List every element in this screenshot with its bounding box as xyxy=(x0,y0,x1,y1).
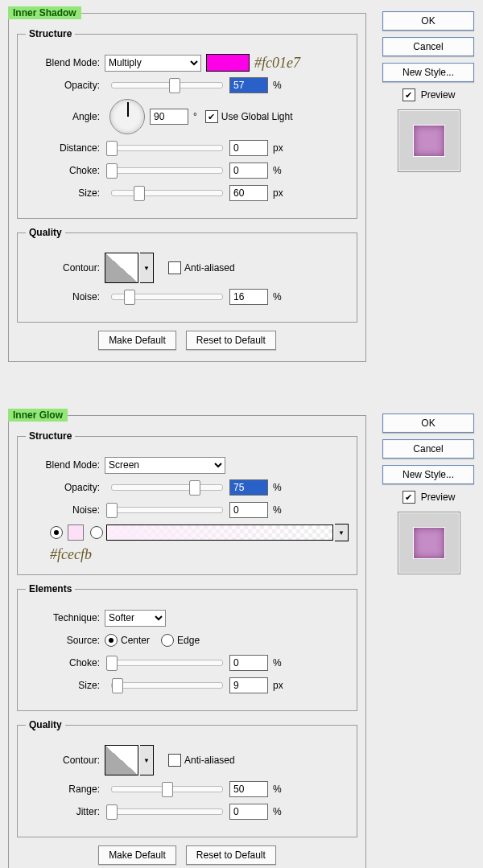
quality-group: Quality Contour: ▼ Anti-aliased Noise: 1… xyxy=(17,227,357,323)
opacity-slider-2[interactable] xyxy=(111,484,223,491)
ok-button[interactable]: OK xyxy=(382,11,474,31)
size-unit: px xyxy=(273,187,283,199)
cancel-button-2[interactable]: Cancel xyxy=(382,439,474,459)
choke-slider-2[interactable] xyxy=(111,660,223,666)
preview-box xyxy=(398,109,460,172)
source-edge-label: Edge xyxy=(177,635,200,646)
opacity-input[interactable]: 57 xyxy=(229,77,268,93)
blend-mode-label: Blend Mode: xyxy=(26,57,105,68)
contour-swatch[interactable] xyxy=(105,253,138,283)
angle-input[interactable]: 90 xyxy=(150,109,188,125)
size-slider-2[interactable] xyxy=(111,682,223,689)
preview-swatch xyxy=(414,125,444,156)
technique-select[interactable]: Softer xyxy=(105,610,166,627)
opacity-label-2: Opacity: xyxy=(26,482,105,493)
choke-label-2: Choke: xyxy=(26,657,105,668)
size-input-2[interactable]: 9 xyxy=(229,677,268,693)
glow-gradient-swatch[interactable] xyxy=(106,525,333,541)
preview-checkbox[interactable]: ✔ xyxy=(402,88,415,101)
inner-glow-panel: Structure Blend Mode: Screen Opacity: 75… xyxy=(8,415,366,868)
size-label: Size: xyxy=(26,187,105,199)
distance-input[interactable]: 0 xyxy=(229,140,268,156)
contour-dropdown-2[interactable]: ▼ xyxy=(140,745,154,775)
noise-slider-2[interactable] xyxy=(111,507,223,513)
structure-group: Structure Blend Mode: Multiply #fc01e7 O… xyxy=(17,28,357,219)
distance-label: Distance: xyxy=(26,142,105,154)
noise-slider[interactable] xyxy=(111,294,223,300)
noise-label: Noise: xyxy=(26,291,105,302)
angle-unit: ° xyxy=(193,111,197,122)
color-hex-annotation: #fc01e7 xyxy=(254,55,300,72)
section-tag-inner-shadow: Inner Shadow xyxy=(8,6,81,19)
source-center-radio[interactable] xyxy=(105,634,118,647)
noise-label-2: Noise: xyxy=(26,504,105,516)
cancel-button[interactable]: Cancel xyxy=(382,37,474,56)
contour-dropdown[interactable]: ▼ xyxy=(140,253,154,283)
make-default-button[interactable]: Make Default xyxy=(98,331,176,350)
new-style-button-2[interactable]: New Style... xyxy=(382,465,474,484)
color-radio[interactable] xyxy=(50,526,63,539)
reset-default-button-2[interactable]: Reset to Default xyxy=(186,845,276,865)
quality-legend: Quality xyxy=(26,227,65,238)
opacity-slider[interactable] xyxy=(111,82,223,88)
elements-legend: Elements xyxy=(26,583,75,594)
antialias-checkbox[interactable] xyxy=(168,261,181,274)
elements-group: Elements Technique: Softer Source: Cente… xyxy=(17,583,357,711)
glow-color-hex-annotation: #fcecfb xyxy=(50,546,92,562)
noise-unit: % xyxy=(273,291,282,302)
choke-label: Choke: xyxy=(26,165,105,176)
choke-input-2[interactable]: 0 xyxy=(229,655,268,671)
contour-label: Contour: xyxy=(26,262,105,274)
blend-mode-label-2: Blend Mode: xyxy=(26,459,105,471)
preview-label: Preview xyxy=(421,89,456,101)
jitter-label: Jitter: xyxy=(26,806,105,817)
gradient-radio[interactable] xyxy=(90,526,103,539)
noise-input-2[interactable]: 0 xyxy=(229,502,268,518)
preview-swatch-2 xyxy=(414,528,444,558)
angle-label: Angle: xyxy=(26,111,105,122)
preview-checkbox-2[interactable]: ✔ xyxy=(402,491,415,504)
choke-slider[interactable] xyxy=(111,167,223,174)
contour-swatch-2[interactable] xyxy=(105,745,138,775)
size-label-2: Size: xyxy=(26,680,105,691)
choke-input[interactable]: 0 xyxy=(229,162,268,179)
opacity-unit: % xyxy=(273,80,282,91)
size-input[interactable]: 60 xyxy=(229,185,268,201)
gradient-dropdown[interactable]: ▼ xyxy=(335,524,349,541)
inner-shadow-panel: Structure Blend Mode: Multiply #fc01e7 O… xyxy=(8,13,366,362)
quality-legend-2: Quality xyxy=(26,719,65,730)
jitter-slider[interactable] xyxy=(111,808,223,815)
range-input[interactable]: 50 xyxy=(229,781,268,797)
preview-label-2: Preview xyxy=(421,492,456,503)
range-slider[interactable] xyxy=(111,786,223,792)
use-global-light-label: Use Global Light xyxy=(221,111,293,122)
source-edge-radio[interactable] xyxy=(161,634,174,647)
structure-legend-2: Structure xyxy=(26,430,75,442)
source-label: Source: xyxy=(26,635,105,646)
source-center-label: Center xyxy=(121,635,150,646)
blend-mode-select-2[interactable]: Screen xyxy=(105,457,225,474)
preview-box-2 xyxy=(398,512,460,574)
opacity-input-2[interactable]: 75 xyxy=(229,479,268,496)
blend-mode-select[interactable]: Multiply xyxy=(105,55,201,72)
noise-input[interactable]: 16 xyxy=(229,289,268,305)
opacity-label: Opacity: xyxy=(26,80,105,91)
distance-unit: px xyxy=(273,142,283,154)
technique-label: Technique: xyxy=(26,612,105,623)
ok-button-2[interactable]: OK xyxy=(382,413,474,433)
distance-slider[interactable] xyxy=(111,145,223,151)
make-default-button-2[interactable]: Make Default xyxy=(98,845,176,865)
angle-dial[interactable] xyxy=(109,99,145,134)
structure-group-2: Structure Blend Mode: Screen Opacity: 75… xyxy=(17,430,357,575)
size-slider[interactable] xyxy=(111,190,223,196)
new-style-button[interactable]: New Style... xyxy=(382,63,474,82)
color-swatch[interactable] xyxy=(206,54,250,72)
use-global-light-checkbox[interactable]: ✔ xyxy=(205,110,218,123)
structure-legend: Structure xyxy=(26,28,75,39)
contour-label-2: Contour: xyxy=(26,755,105,766)
antialias-checkbox-2[interactable] xyxy=(168,754,181,767)
glow-color-swatch[interactable] xyxy=(68,525,84,541)
reset-default-button[interactable]: Reset to Default xyxy=(186,331,276,350)
jitter-input[interactable]: 0 xyxy=(229,804,268,820)
antialias-label-2: Anti-aliased xyxy=(184,755,235,766)
